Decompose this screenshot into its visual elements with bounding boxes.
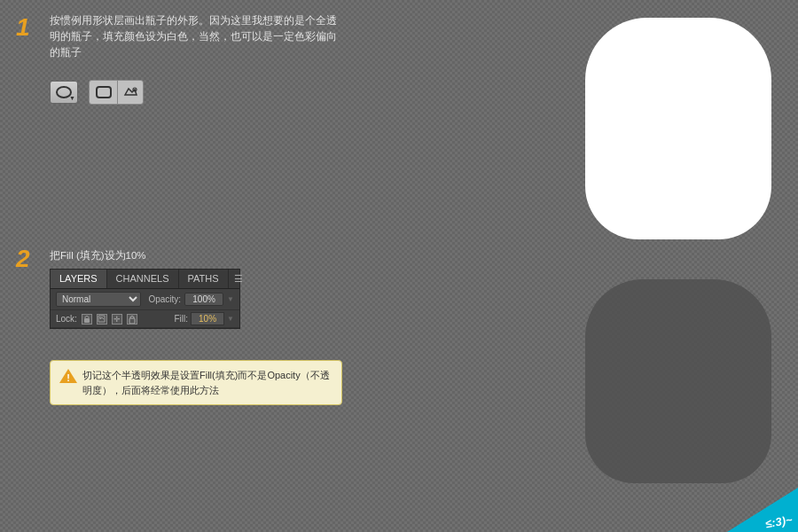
warning-triangle-icon: !: [59, 368, 77, 384]
tab-layers[interactable]: LAYERS: [51, 270, 107, 288]
custom-shape-button[interactable]: [118, 81, 143, 104]
tool-button-group: [89, 80, 144, 105]
warning-icon-wrapper: !: [59, 368, 77, 388]
fill-chevron-icon: ▼: [227, 315, 234, 323]
lock-image-icon[interactable]: [97, 314, 107, 325]
tab-paths[interactable]: PATHS: [179, 270, 229, 288]
corner-decoration: ≤:3)~: [727, 488, 798, 532]
dark-bottle-shape: [585, 279, 771, 483]
fill-label: Fill:: [175, 314, 189, 324]
lock-fill-row: Lock: ✛ Fill: 10% ▼: [51, 310, 239, 328]
svg-point-2: [99, 317, 101, 319]
step2-description: 把Fill (填充)设为10%: [50, 249, 146, 262]
step1-description: 按惯例用形状层画出瓶子的外形。因为这里我想要的是个全透明的瓶子，填充颜色设为白色…: [50, 13, 346, 60]
warning-box: ! 切记这个半透明效果是设置Fill(填充)而不是Opacity（不透明度），后…: [50, 360, 342, 405]
blend-mode-select[interactable]: Normal: [56, 292, 141, 307]
step2-number: 2: [16, 245, 30, 273]
lock-position-icon[interactable]: ✛: [112, 314, 122, 325]
rounded-rect-icon: [96, 86, 112, 98]
custom-shape-icon: [123, 86, 137, 98]
opacity-chevron-icon: ▼: [227, 295, 234, 303]
white-bottle-shape: [585, 18, 771, 239]
warning-text: 切记这个半透明效果是设置Fill(填充)而不是Opacity（不透明度），后面将…: [82, 370, 330, 395]
ellipse-tool-button[interactable]: ▼: [50, 81, 78, 104]
layers-panel: LAYERS CHANNELS PATHS ☰ Normal Opacity: …: [50, 269, 240, 329]
lock-pixels-icon[interactable]: [82, 314, 92, 325]
rect-tool-button[interactable]: [90, 81, 118, 104]
toolbar: ▼: [50, 80, 144, 105]
fill-value[interactable]: 10%: [191, 312, 224, 325]
blend-opacity-row: Normal Opacity: 100% ▼: [51, 289, 239, 310]
panel-menu-icon[interactable]: ☰: [229, 270, 248, 288]
opacity-label: Opacity:: [148, 294, 181, 304]
svg-rect-1: [84, 318, 90, 323]
lock-all-icon[interactable]: [127, 314, 137, 325]
tab-channels[interactable]: CHANNELS: [107, 270, 179, 288]
dropdown-arrow-icon: ▼: [69, 95, 75, 101]
step1-number: 1: [16, 13, 30, 42]
opacity-value[interactable]: 100%: [184, 293, 223, 306]
panel-tab-bar: LAYERS CHANNELS PATHS ☰: [51, 270, 239, 289]
lock-label: Lock:: [56, 314, 77, 324]
fill-control: Fill: 10% ▼: [175, 312, 234, 325]
svg-rect-3: [129, 318, 135, 324]
corner-text: ≤:3)~: [764, 512, 794, 530]
svg-text:!: !: [66, 372, 70, 383]
